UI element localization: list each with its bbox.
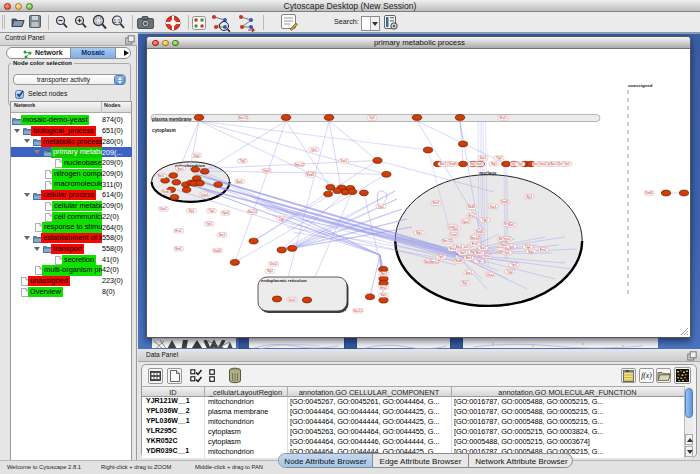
svg-text:Vps2: Vps2	[483, 254, 490, 258]
svg-text:Bet1: Bet1	[456, 245, 463, 249]
svg-text:Bet1: Bet1	[175, 247, 182, 251]
svg-text:Sec12: Sec12	[442, 239, 451, 243]
svg-text:Sed5: Sed5	[455, 259, 463, 263]
svg-text:Ypt1: Ypt1	[311, 148, 318, 152]
svg-text:Bet1: Bet1	[508, 223, 515, 227]
svg-text:cytoplasm: cytoplasm	[152, 128, 176, 133]
svg-text:Sar1: Sar1	[480, 246, 487, 250]
svg-text:Sec12: Sec12	[470, 236, 479, 240]
svg-text:Tlg2: Tlg2	[476, 259, 482, 263]
svg-text:Erv2: Erv2	[175, 229, 182, 233]
svg-text:Sec12: Sec12	[430, 260, 439, 264]
svg-text:Sar1: Sar1	[480, 156, 487, 160]
svg-text:Sly1: Sly1	[188, 209, 194, 213]
svg-text:Tlg2: Tlg2	[517, 162, 523, 166]
svg-text:Tlg2: Tlg2	[507, 270, 513, 274]
svg-text:Erv2: Erv2	[433, 201, 440, 205]
svg-text:Tlg2: Tlg2	[208, 209, 214, 213]
svg-text:Uso1: Uso1	[160, 207, 168, 211]
svg-text:Ypt1: Ypt1	[369, 116, 376, 120]
svg-text:Sly1: Sly1	[416, 231, 422, 235]
svg-text:Sec12: Sec12	[248, 210, 257, 214]
svg-text:Tlg2: Tlg2	[496, 156, 502, 160]
svg-text:Bet1: Bet1	[158, 174, 165, 178]
svg-text:Uso1: Uso1	[475, 162, 483, 166]
svg-text:Sed5: Sed5	[214, 249, 222, 253]
svg-text:Vps2: Vps2	[263, 169, 270, 173]
svg-text:Bet1: Bet1	[381, 272, 388, 276]
svg-text:Uso1: Uso1	[487, 273, 495, 277]
svg-text:Tlg2: Tlg2	[239, 159, 245, 163]
svg-text:Tlg2: Tlg2	[482, 218, 488, 222]
svg-text:Sar1: Sar1	[490, 205, 497, 209]
svg-text:Sly1: Sly1	[526, 195, 532, 199]
svg-text:Erv2: Erv2	[472, 242, 479, 246]
svg-text:Sar1: Sar1	[219, 233, 226, 237]
svg-text:Sec12: Sec12	[295, 163, 304, 167]
svg-text:Uso1: Uso1	[448, 225, 456, 229]
svg-text:Bet1: Bet1	[440, 162, 447, 166]
svg-text:Sed5: Sed5	[501, 200, 509, 204]
svg-text:Sec12: Sec12	[550, 162, 559, 166]
svg-text:Sly1: Sly1	[194, 154, 200, 158]
svg-text:Ypt1: Ypt1	[508, 245, 515, 249]
svg-text:Vps2: Vps2	[288, 298, 295, 302]
svg-text:Bet1: Bet1	[236, 180, 243, 184]
svg-text:Sed5: Sed5	[476, 230, 484, 234]
svg-text:Erv2: Erv2	[380, 286, 387, 290]
svg-text:Sly1: Sly1	[491, 162, 497, 166]
svg-text:Sar1: Sar1	[341, 159, 348, 163]
svg-text:Sed5: Sed5	[468, 205, 476, 209]
svg-text:Ypt1: Ypt1	[511, 263, 518, 267]
svg-text:Sly1: Sly1	[462, 281, 468, 285]
svg-text:Ypt1: Ypt1	[206, 222, 213, 226]
svg-text:Sly1: Sly1	[528, 250, 534, 254]
svg-text:Erv2: Erv2	[500, 116, 507, 120]
svg-text:Erv2: Erv2	[540, 248, 547, 252]
svg-text:Sec12: Sec12	[238, 116, 247, 120]
svg-text:unassigned: unassigned	[628, 83, 653, 88]
svg-text:Ypt1: Ypt1	[564, 162, 571, 166]
svg-text:Vps2: Vps2	[503, 237, 510, 241]
svg-text:Tlg2: Tlg2	[525, 245, 531, 249]
svg-text:Sar1: Sar1	[177, 167, 184, 171]
svg-text:Uso1: Uso1	[270, 262, 278, 266]
svg-text:plasma membrane: plasma membrane	[152, 117, 192, 122]
svg-text:Sed5: Sed5	[645, 191, 653, 195]
svg-text:Vps2: Vps2	[222, 211, 229, 215]
svg-text:Bet1: Bet1	[476, 251, 483, 255]
svg-text:Uso1: Uso1	[496, 249, 504, 253]
svg-text:Sed5: Sed5	[449, 162, 457, 166]
svg-text:Sly1: Sly1	[267, 269, 273, 273]
svg-text:Bet1: Bet1	[466, 256, 473, 260]
svg-text:Sed5: Sed5	[307, 173, 315, 177]
svg-text:Sed5: Sed5	[162, 190, 170, 194]
svg-text:Sec12: Sec12	[353, 309, 362, 313]
svg-text:Tlg2: Tlg2	[279, 217, 285, 221]
svg-text:Sar1: Sar1	[380, 293, 387, 297]
svg-text:Sar1: Sar1	[460, 251, 467, 255]
svg-text:endoplasmic reticulum: endoplasmic reticulum	[261, 278, 307, 283]
svg-text:Sar1: Sar1	[465, 271, 472, 275]
svg-text:Ypt1: Ypt1	[438, 255, 445, 259]
svg-text:Uso1: Uso1	[450, 233, 458, 237]
svg-text:Erv2: Erv2	[469, 214, 476, 218]
svg-text:nucleus: nucleus	[479, 171, 497, 176]
svg-text:Vps2: Vps2	[539, 162, 546, 166]
svg-text:Ypt1: Ypt1	[378, 205, 385, 209]
svg-text:Vps2: Vps2	[462, 220, 469, 224]
svg-text:Uso1: Uso1	[201, 193, 209, 197]
